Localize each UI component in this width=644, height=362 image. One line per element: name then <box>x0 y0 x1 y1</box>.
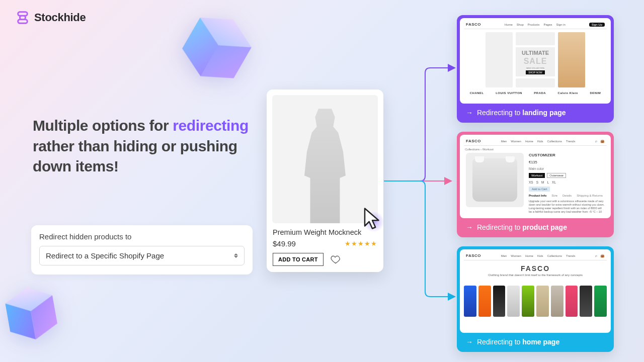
headline-part1: Multiple options for <box>33 117 173 134</box>
arrow-right-icon: → <box>466 338 473 346</box>
headline: Multiple options for redirecting rather … <box>33 116 254 177</box>
decorative-cube-icon <box>3 284 59 346</box>
brand-name: Stockhide <box>34 11 86 24</box>
heart-icon[interactable] <box>331 254 341 264</box>
headline-part2: rather than hiding or pushing down items… <box>33 138 237 175</box>
product-title: Premium Weight Mockneck <box>273 228 377 236</box>
brand-logo-icon <box>15 10 30 25</box>
bag-icon: 👜 <box>600 139 605 143</box>
search-icon: ⌕ <box>595 139 597 143</box>
search-icon: ⌕ <box>595 254 597 257</box>
star-rating-icon: ★★★★★ <box>345 240 377 247</box>
redirect-select[interactable]: Redirect to a Specific Shopify Page <box>39 246 245 265</box>
decorative-cube-icon <box>174 5 260 93</box>
pdp-image <box>466 153 524 207</box>
landing-page-preview: FASCO HomeShopProductsPagesSign in Sign … <box>460 18 611 104</box>
cursor-icon <box>362 207 382 234</box>
add-to-cart-button[interactable]: ADD TO CART <box>273 253 324 266</box>
arrow-right-icon: → <box>466 223 473 231</box>
chevron-updown-icon <box>234 253 238 258</box>
brand-logo: Stockhide <box>15 10 86 25</box>
redirect-destination: home page <box>522 338 559 346</box>
redirect-target-landing: FASCO HomeShopProductsPagesSign in Sign … <box>457 15 614 123</box>
redirect-settings-card: Redirect hidden products to Redirect to … <box>31 225 253 275</box>
settings-label: Redirect hidden products to <box>39 232 245 241</box>
product-card: Premium Weight Mockneck $49.99 ★★★★★ ADD… <box>267 89 383 272</box>
redirect-destination: landing page <box>522 109 566 117</box>
mock-store-brand: FASCO <box>466 22 481 27</box>
arrow-right-icon: → <box>466 109 473 117</box>
redirect-prefix: Redirecting to <box>477 223 522 231</box>
redirect-destination: product page <box>522 223 567 231</box>
redirect-prefix: Redirecting to <box>477 109 522 117</box>
headline-accent: redirecting <box>173 117 249 134</box>
redirect-target-product: FASCO MenWomenHomeKidsCollectionsTrends … <box>457 132 614 237</box>
bag-icon: 👜 <box>600 254 605 258</box>
select-value: Redirect to a Specific Shopify Page <box>46 251 164 260</box>
redirect-target-home: FASCO MenWomenHomeKidsCollectionsTrends … <box>457 246 614 352</box>
product-price: $49.99 <box>273 239 296 248</box>
home-page-preview: FASCO MenWomenHomeKidsCollectionsTrends … <box>460 249 611 333</box>
product-image <box>272 95 378 223</box>
product-page-preview: FASCO MenWomenHomeKidsCollectionsTrends … <box>460 135 611 218</box>
redirect-prefix: Redirecting to <box>477 338 522 346</box>
